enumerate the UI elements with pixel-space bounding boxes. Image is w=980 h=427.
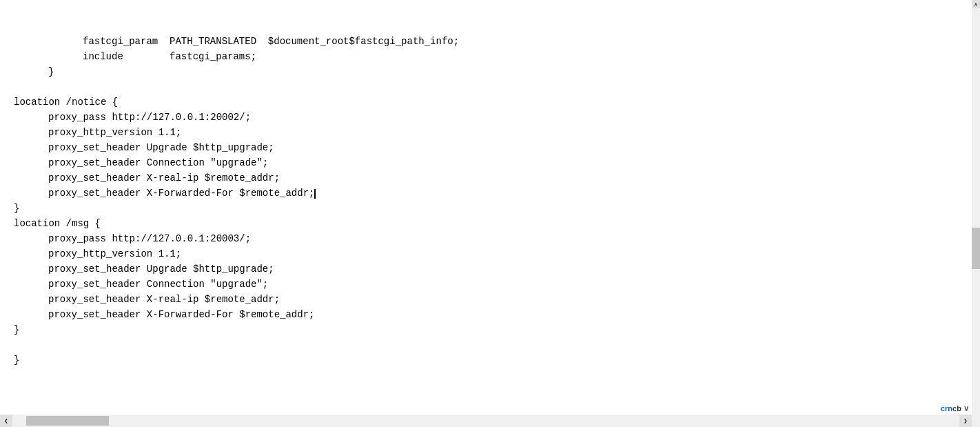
- code-line: proxy_pass http://127.0.0.1:20002/;: [14, 110, 958, 125]
- code-line: proxy_set_header Connection "upgrade";: [14, 277, 958, 292]
- code-line: }: [14, 352, 958, 368]
- code-line: location /msg {: [14, 216, 958, 231]
- scroll-right-button[interactable]: ❯: [959, 415, 972, 427]
- code-line: proxy_set_header Upgrade $http_upgrade;: [14, 261, 958, 277]
- code-line: proxy_pass http://127.0.0.1:20003/;: [14, 231, 958, 246]
- vertical-scroll-thumb[interactable]: [972, 228, 980, 269]
- editor-container: fastcgi_param PATH_TRANSLATED $document_…: [0, 0, 980, 427]
- code-line: }: [14, 322, 958, 337]
- code-line: include fastcgi_params;: [14, 49, 958, 64]
- vertical-scrollbar: ∧: [972, 0, 980, 415]
- horizontal-scroll-track: [12, 415, 959, 427]
- code-line: proxy_http_version 1.1;: [14, 125, 958, 140]
- scroll-left-icon: ❮: [4, 417, 8, 425]
- brand-dark: cb: [952, 404, 961, 413]
- code-line: [14, 79, 958, 95]
- scroll-up-button[interactable]: ∧: [972, 0, 980, 8]
- code-line: [14, 337, 958, 352]
- code-line: proxy_set_header X-real-ip $remote_addr;: [14, 170, 958, 186]
- code-line: proxy_http_version 1.1;: [14, 246, 958, 261]
- code-line: }: [14, 201, 958, 216]
- code-content: fastcgi_param PATH_TRANSLATED $document_…: [0, 0, 972, 370]
- code-line: proxy_set_header X-real-ip $remote_addr;: [14, 292, 958, 307]
- scroll-up-icon: ∧: [974, 1, 978, 8]
- text-cursor: [314, 189, 316, 199]
- code-line: proxy_set_header Upgrade $http_upgrade;: [14, 140, 958, 155]
- horizontal-scrollbar: ❮ ❯: [0, 415, 972, 427]
- horizontal-scroll-thumb[interactable]: [26, 416, 109, 426]
- code-area[interactable]: fastcgi_param PATH_TRANSLATED $document_…: [0, 0, 972, 415]
- code-line: proxy_set_header X-Forwarded-For $remote…: [14, 186, 958, 201]
- scroll-right-icon: ❯: [963, 417, 967, 425]
- brand-label: crncb ∨: [941, 404, 969, 413]
- code-line: fastcgi_param PATH_TRANSLATED $document_…: [14, 34, 958, 49]
- scrollbar-corner: [972, 415, 980, 427]
- brand-blue: crn: [941, 404, 952, 413]
- scroll-left-button[interactable]: ❮: [0, 415, 12, 427]
- code-line: location /notice {: [14, 95, 958, 110]
- code-line: proxy_set_header X-Forwarded-For $remote…: [14, 307, 958, 322]
- code-line: }: [14, 64, 958, 79]
- brand-suffix: ∨: [961, 404, 969, 413]
- code-line: proxy_set_header Connection "upgrade";: [14, 155, 958, 170]
